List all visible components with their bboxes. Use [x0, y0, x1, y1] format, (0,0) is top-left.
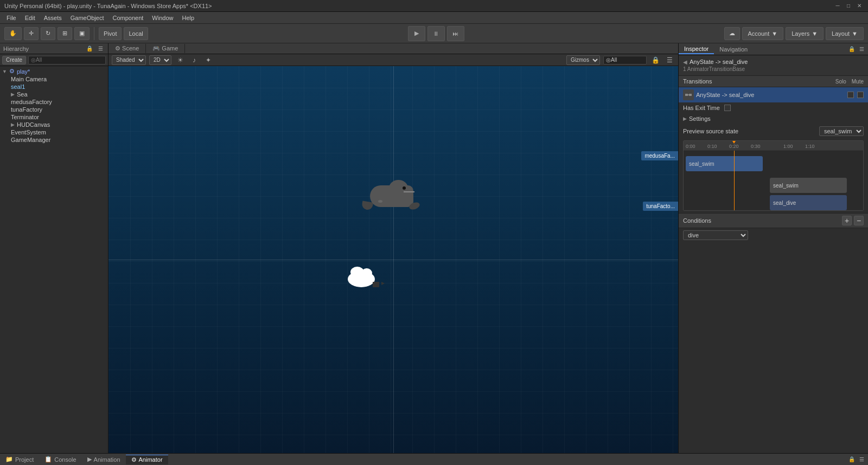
- tab-scene-label: Scene: [122, 45, 139, 51]
- tab-animation[interactable]: ▶ Animation: [82, 455, 126, 464]
- camera-object[interactable]: [348, 271, 375, 287]
- tree-item-terminator[interactable]: Terminator: [0, 113, 108, 121]
- gizmos-search[interactable]: [603, 56, 647, 64]
- inspector-menu-icon[interactable]: ☰: [857, 45, 866, 54]
- menu-edit[interactable]: Edit: [21, 14, 40, 22]
- seal-eye: [403, 186, 406, 190]
- transition-item[interactable]: AnyState -> seal_dive: [679, 87, 868, 102]
- minimize-button[interactable]: ─: [833, 2, 842, 10]
- tab-navigation[interactable]: Navigation: [714, 45, 753, 54]
- cloud-button[interactable]: ☁: [724, 27, 740, 40]
- move-tool-button[interactable]: ✛: [24, 27, 39, 40]
- menu-gameobject[interactable]: GameObject: [66, 14, 108, 22]
- seal-character[interactable]: [359, 175, 424, 212]
- maximize-button[interactable]: □: [844, 2, 853, 10]
- step-button[interactable]: ⏭: [447, 26, 464, 41]
- hierarchy-search-input[interactable]: [28, 56, 106, 64]
- tab-console[interactable]: 📋 Console: [39, 455, 81, 464]
- shaded-select[interactable]: Shaded: [112, 55, 146, 65]
- hierarchy-menu-icon[interactable]: ☰: [96, 44, 105, 53]
- menu-window[interactable]: Window: [148, 14, 177, 22]
- svg-rect-0: [685, 94, 688, 96]
- hierarchy-tree: ▼ ⚙ play* Main Camera seal1 ▶ Sea medusa…: [0, 66, 108, 453]
- condition-select[interactable]: dive jump swim: [683, 230, 748, 240]
- tree-item-eventsystem[interactable]: EventSystem: [0, 128, 108, 136]
- layout-button[interactable]: Layout▼: [826, 27, 864, 40]
- menu-component[interactable]: Component: [108, 14, 148, 22]
- scene-toolbar: Shaded 2D ☀ ♪ ✦ Gizmos 🔒 ☰: [108, 54, 678, 66]
- 2d-select[interactable]: 2D: [149, 55, 171, 65]
- tree-item-seal1[interactable]: seal1: [0, 83, 108, 91]
- effect-toggle[interactable]: ✦: [203, 55, 214, 66]
- account-button[interactable]: Account▼: [742, 27, 784, 40]
- local-button[interactable]: Local: [124, 27, 148, 40]
- tree-item-tuna[interactable]: tunaFactory: [0, 106, 108, 113]
- rect-tool-button[interactable]: ▣: [74, 27, 90, 40]
- hand-tool-button[interactable]: ✋: [4, 27, 22, 40]
- main-area: Hierarchy 🔒 ☰ Create ▼ ⚙ play* Main Came…: [0, 43, 868, 453]
- create-button[interactable]: Create: [2, 56, 26, 64]
- has-exit-time-checkbox[interactable]: [724, 105, 731, 111]
- mute-checkbox[interactable]: [857, 92, 864, 98]
- scene-view[interactable]: medusaFa... tunaFacto...: [108, 66, 678, 453]
- settings-row[interactable]: ▶ Settings: [679, 113, 868, 124]
- medusa-overlay-label: medusaFa...: [644, 153, 675, 159]
- audio-toggle[interactable]: ♪: [189, 55, 200, 66]
- tree-item-sea[interactable]: ▶ Sea: [0, 91, 108, 98]
- scene-lock-icon[interactable]: 🔒: [650, 55, 661, 66]
- tree-item-maincamera[interactable]: Main Camera: [0, 75, 108, 83]
- pivot-label: Pivot: [104, 30, 117, 37]
- conditions-section-header: Conditions + −: [679, 213, 868, 228]
- medusa-overlay[interactable]: medusaFa...: [641, 151, 678, 160]
- pivot-button[interactable]: Pivot: [99, 27, 122, 40]
- inspector-tab-label: Inspector: [684, 46, 709, 52]
- tree-item-gamemanager[interactable]: GameManager: [0, 136, 108, 144]
- svg-text:0:10: 0:10: [707, 144, 717, 149]
- seal-whiskers: [404, 191, 414, 192]
- layers-button[interactable]: Layers▼: [786, 27, 824, 40]
- conditions-add-button[interactable]: +: [842, 216, 852, 225]
- bottom-menu-icon[interactable]: ☰: [857, 455, 866, 464]
- titlebar: Unity Personal (64bit) - play.unity - Tu…: [0, 0, 868, 12]
- tree-item-play[interactable]: ▼ ⚙ play*: [0, 67, 108, 75]
- tab-animation-label: Animation: [94, 456, 120, 463]
- tree-label-seal1: seal1: [11, 83, 25, 90]
- menu-assets[interactable]: Assets: [40, 14, 66, 22]
- tuna-overlay[interactable]: tunaFacto...: [643, 202, 678, 211]
- crosshair-vertical: [393, 66, 394, 453]
- menu-file[interactable]: File: [2, 14, 21, 22]
- scene-menu-icon[interactable]: ☰: [664, 55, 675, 66]
- tree-item-medusa[interactable]: medusaFactory: [0, 98, 108, 106]
- solo-label: Solo: [835, 79, 846, 85]
- timeline-body[interactable]: seal_swim seal_swim seal_dive: [684, 151, 863, 210]
- svg-text:1:00: 1:00: [783, 144, 793, 149]
- tree-item-hudcanvas[interactable]: ▶ HUDCanvas: [0, 121, 108, 128]
- seal-spots: [378, 200, 382, 203]
- tab-scene[interactable]: ⚙ Scene: [108, 44, 146, 53]
- rotate-tool-button[interactable]: ↻: [41, 27, 55, 40]
- conditions-remove-button[interactable]: −: [854, 216, 864, 225]
- tab-animator[interactable]: ⚙ Animator: [126, 455, 168, 464]
- toolbar: ✋ ✛ ↻ ⊞ ▣ Pivot Local ▶ ⏸ ⏭ ☁ Account▼ L…: [0, 24, 868, 43]
- timeline-container: 0:00 0:10 0:20 0:30 1:00 1:10: [683, 140, 864, 211]
- play-button[interactable]: ▶: [408, 26, 425, 41]
- menu-help[interactable]: Help: [177, 14, 199, 22]
- tab-animator-label: Animator: [139, 456, 163, 463]
- bottom-tabs-area: 📁 Project 📋 Console ▶ Animation ⚙ Animat…: [0, 454, 868, 465]
- scale-tool-button[interactable]: ⊞: [58, 27, 72, 40]
- light-toggle[interactable]: ☀: [175, 55, 186, 66]
- tab-inspector[interactable]: Inspector: [679, 44, 714, 54]
- tab-game[interactable]: 🎮 Game: [146, 44, 185, 53]
- bottom-minimize-icon[interactable]: 🔒: [847, 455, 856, 464]
- solo-checkbox[interactable]: [847, 92, 854, 98]
- close-button[interactable]: ✕: [855, 2, 864, 10]
- hierarchy-lock-icon[interactable]: 🔒: [85, 44, 94, 53]
- transition-icon: [683, 89, 694, 100]
- project-icon: 📁: [5, 456, 13, 463]
- inspector-lock-icon[interactable]: 🔒: [847, 45, 856, 54]
- pause-button[interactable]: ⏸: [427, 26, 445, 41]
- preview-source-select[interactable]: seal_swim: [819, 126, 864, 136]
- gizmos-select[interactable]: Gizmos: [566, 55, 600, 65]
- tab-project[interactable]: 📁 Project: [0, 455, 39, 464]
- bottom-tabs: 📁 Project 📋 Console ▶ Animation ⚙ Animat…: [0, 454, 868, 465]
